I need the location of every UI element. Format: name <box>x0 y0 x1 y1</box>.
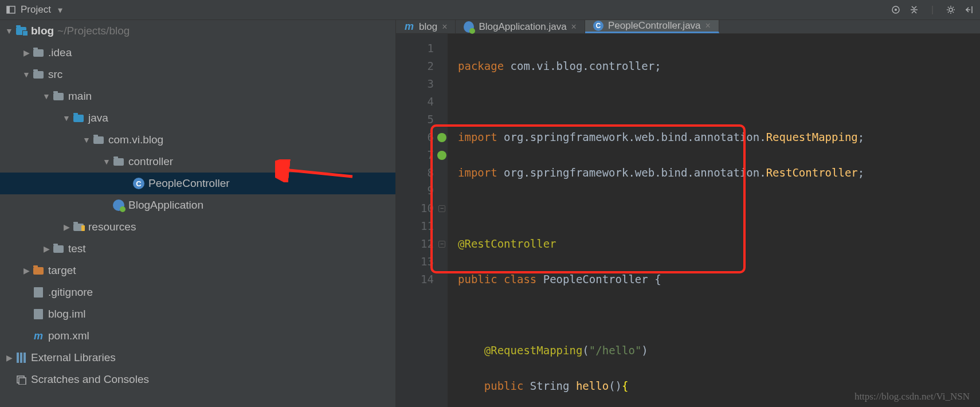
editor-body[interactable]: 1 2 3 4 5 6 7 8 9 10 11 12 13 14 <box>396 34 980 407</box>
tree-item-idea[interactable]: ▶ .idea <box>0 42 395 64</box>
line-number[interactable]: 10 <box>396 199 434 217</box>
tree-label: blog <box>31 25 54 37</box>
maven-icon: m <box>32 330 45 342</box>
line-number[interactable]: 12 <box>396 235 434 253</box>
spring-gutter-icon[interactable] <box>437 133 446 142</box>
tree-item-people-controller[interactable]: C PeopleController <box>0 173 395 194</box>
tab-blog[interactable]: m blog × <box>396 20 456 33</box>
package-icon <box>92 134 105 146</box>
close-icon[interactable]: × <box>571 22 577 32</box>
expand-arrow-icon[interactable]: ▼ <box>41 92 52 101</box>
tree-item-src[interactable]: ▼ src <box>0 64 395 85</box>
file-icon <box>32 308 45 320</box>
locate-icon[interactable] <box>891 5 901 15</box>
code-text: org.springframework.web.bind.annotation. <box>497 166 766 179</box>
svg-rect-1 <box>7 6 10 13</box>
expand-arrow-icon[interactable]: ▼ <box>3 26 15 36</box>
source-folder-icon <box>72 112 85 124</box>
tab-label: PeopleController.java <box>608 20 701 32</box>
gear-icon[interactable] <box>946 5 956 15</box>
tree-item-blog-application[interactable]: BlogApplication <box>0 194 395 216</box>
code-class: RequestMapping <box>766 131 858 143</box>
code-keyword: import <box>458 131 497 143</box>
folder-icon <box>52 242 65 255</box>
code-content[interactable]: package com.vi.blog.controller; import o… <box>448 34 980 407</box>
folder-icon <box>32 68 45 81</box>
fold-icon[interactable]: − <box>438 241 445 248</box>
hide-icon[interactable] <box>964 5 974 15</box>
project-dropdown-icon[interactable]: ▾ <box>58 5 62 15</box>
tree-root[interactable]: ▼ blog ~/Projects/blog <box>0 20 395 42</box>
class-icon: C <box>132 177 145 190</box>
libraries-icon <box>15 351 28 364</box>
folder-icon <box>32 46 45 59</box>
fold-icon[interactable]: − <box>438 205 445 212</box>
line-number[interactable]: 14 <box>396 271 434 288</box>
code-text: com.vi.blog.controller; <box>504 60 661 72</box>
expand-arrow-icon[interactable]: ▼ <box>81 135 92 144</box>
spring-gutter-icon[interactable] <box>437 151 446 160</box>
line-number[interactable]: 4 <box>396 93 434 111</box>
code-text: ) <box>641 344 648 357</box>
tree-label: pom.xml <box>48 330 89 342</box>
tree-item-blogiml[interactable]: blog.iml <box>0 303 395 325</box>
line-number[interactable]: 9 <box>396 182 434 199</box>
tree-item-gitignore[interactable]: .gitignore <box>0 281 395 303</box>
expand-arrow-icon[interactable]: ▼ <box>101 157 112 166</box>
project-tool-icon[interactable] <box>6 5 16 15</box>
code-method: hello <box>576 379 609 392</box>
tree-item-external-libraries[interactable]: ▶ External Libraries <box>0 347 395 369</box>
tab-blog-application[interactable]: BlogApplication.java × <box>456 20 585 33</box>
gutter[interactable]: 1 2 3 4 5 6 7 8 9 10 11 12 13 14 <box>396 34 448 407</box>
tree-label: External Libraries <box>31 351 116 364</box>
scratches-icon <box>15 373 28 386</box>
tree-label: blog.iml <box>48 308 85 320</box>
tab-people-controller[interactable]: C PeopleController.java × <box>585 20 719 33</box>
svg-point-5 <box>949 8 952 11</box>
code-string: "/hello" <box>589 344 642 357</box>
tree-item-test[interactable]: ▶ test <box>0 238 395 260</box>
expand-arrow-icon[interactable]: ▼ <box>21 70 32 79</box>
tree-item-pomxml[interactable]: m pom.xml <box>0 325 395 347</box>
tab-label: BlogApplication.java <box>479 21 566 33</box>
expand-arrow-icon[interactable]: ▶ <box>41 244 52 253</box>
divider: | <box>927 5 938 15</box>
code-keyword: public <box>484 379 530 392</box>
expand-arrow-icon[interactable]: ▼ <box>61 114 72 123</box>
expand-arrow-icon[interactable]: ▶ <box>61 222 72 232</box>
code-brace: { <box>622 379 628 392</box>
expand-arrow-icon[interactable]: ▶ <box>21 266 32 275</box>
collapse-icon[interactable] <box>909 5 919 15</box>
line-number[interactable]: 13 <box>396 253 434 271</box>
line-number[interactable]: 11 <box>396 217 434 235</box>
close-icon[interactable]: × <box>705 21 711 31</box>
tree-item-resources[interactable]: ▶ resources <box>0 216 395 238</box>
code-annotation: @RestController <box>458 237 556 250</box>
code-keyword: public class <box>458 273 543 285</box>
line-number[interactable]: 7 <box>396 146 434 164</box>
tree-item-package[interactable]: ▼ com.vi.blog <box>0 129 395 151</box>
tree-item-controller[interactable]: ▼ controller <box>0 151 395 173</box>
resources-folder-icon <box>72 221 85 233</box>
tree-item-target[interactable]: ▶ target <box>0 260 395 281</box>
line-number[interactable]: 3 <box>396 75 434 93</box>
expand-arrow-icon[interactable]: ▶ <box>21 48 32 57</box>
tree-item-java[interactable]: ▼ java <box>0 107 395 129</box>
line-number[interactable]: 1 <box>396 40 434 57</box>
code-annotation: @RequestMapping <box>484 344 583 357</box>
line-number[interactable]: 8 <box>396 164 434 182</box>
line-number[interactable]: 5 <box>396 111 434 128</box>
project-tree[interactable]: ▼ blog ~/Projects/blog ▶ .idea ▼ src ▼ m… <box>0 20 395 407</box>
project-label[interactable]: Project <box>21 4 51 15</box>
expand-arrow-icon[interactable]: ▶ <box>3 353 15 362</box>
tree-label: .gitignore <box>48 286 93 299</box>
tree-item-scratches[interactable]: Scratches and Consoles <box>0 369 395 390</box>
line-number[interactable]: 2 <box>396 57 434 75</box>
tab-label: blog <box>419 21 437 33</box>
line-number[interactable]: 6 <box>396 128 434 146</box>
tree-item-main[interactable]: ▼ main <box>0 85 395 107</box>
svg-rect-7 <box>19 378 26 385</box>
tree-label: PeopleController <box>148 177 230 190</box>
close-icon[interactable]: × <box>442 22 447 32</box>
svg-point-3 <box>895 9 897 11</box>
